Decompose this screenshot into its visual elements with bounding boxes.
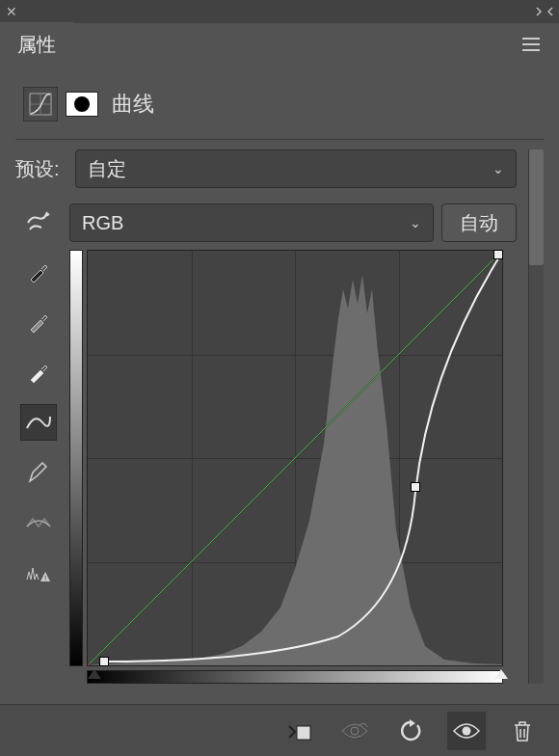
pencil-tool-icon[interactable] (20, 454, 57, 491)
reset-icon[interactable] (391, 712, 430, 750)
clip-to-layer-icon[interactable] (280, 712, 318, 750)
panel-bottom-bar (0, 704, 559, 756)
adjustment-type-row: 曲线 (15, 79, 544, 140)
gray-eyedropper-icon[interactable] (20, 304, 57, 340)
curve-point[interactable] (99, 657, 109, 666)
visibility-icon[interactable] (447, 712, 486, 750)
preset-value: 自定 (88, 156, 126, 182)
channel-dropdown[interactable]: RGB ⌄ (69, 203, 434, 242)
panel-scrollbar[interactable] (528, 149, 544, 684)
chevron-down-icon: ⌄ (492, 161, 504, 176)
svg-text:!: ! (44, 574, 46, 582)
curve-point[interactable] (411, 482, 420, 492)
white-input-slider[interactable] (494, 669, 508, 679)
channel-value: RGB (82, 212, 123, 234)
smooth-tool-icon[interactable] (20, 504, 57, 541)
white-eyedropper-icon[interactable] (20, 354, 57, 391)
black-input-slider[interactable] (88, 669, 101, 679)
curve-point[interactable] (493, 250, 503, 259)
svg-point-12 (351, 727, 359, 735)
targeted-adjustment-icon[interactable] (15, 210, 62, 235)
svg-point-13 (463, 726, 471, 735)
curve-point-tool-icon[interactable] (20, 404, 57, 441)
panel-titlebar: ✕ (0, 0, 559, 23)
curves-adjustment-icon[interactable] (23, 87, 58, 122)
expand-collapse-icon[interactable] (536, 5, 553, 19)
curves-graph[interactable] (87, 250, 503, 666)
chevron-down-icon: ⌄ (410, 215, 421, 230)
trash-icon[interactable] (503, 712, 542, 750)
curves-overlay (88, 251, 502, 665)
clip-warning-icon[interactable]: ! (20, 554, 57, 591)
close-icon[interactable]: ✕ (6, 4, 25, 19)
scrollbar-thumb[interactable] (529, 149, 544, 265)
tab-properties[interactable]: 属性 (0, 22, 73, 68)
auto-button[interactable]: 自动 (441, 203, 517, 242)
channel-row: RGB ⌄ 自动 (15, 203, 517, 242)
preset-dropdown[interactable]: 自定 ⌄ (75, 149, 517, 188)
panel-menu-icon[interactable] (513, 33, 549, 56)
svg-rect-10 (297, 726, 310, 740)
input-gradient-ramp (87, 670, 503, 684)
svg-line-9 (90, 251, 502, 663)
preset-label: 预设: (15, 156, 67, 182)
output-gradient-ramp (69, 250, 83, 666)
curve-tool-column: ! (15, 250, 62, 684)
preset-row: 预设: 自定 ⌄ (15, 149, 517, 188)
adjustment-name-label: 曲线 (112, 90, 154, 119)
panel-tabbar: 属性 (0, 23, 559, 66)
black-eyedropper-icon[interactable] (20, 254, 57, 290)
view-previous-icon[interactable] (335, 712, 374, 750)
